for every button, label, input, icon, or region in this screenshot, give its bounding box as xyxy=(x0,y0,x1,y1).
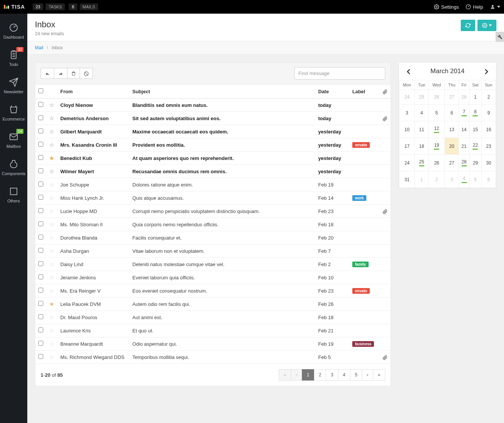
gear-icon xyxy=(434,4,439,9)
brand-name: TISA xyxy=(11,4,25,10)
tasks-count: 23 xyxy=(33,3,43,10)
top-right: Settings Help xyxy=(434,4,500,10)
mails-chip[interactable]: 8 MAILS xyxy=(69,3,98,10)
caret-down-icon xyxy=(497,5,500,8)
help-icon xyxy=(466,4,471,9)
user-menu[interactable] xyxy=(490,4,500,9)
mails-count: 8 xyxy=(69,3,77,10)
svg-point-0 xyxy=(436,6,438,8)
tasks-label: TASKS xyxy=(46,3,65,10)
user-icon xyxy=(490,4,495,9)
top-counts: 23 TASKS 8 MAILS xyxy=(33,3,98,10)
mails-label: MAILS xyxy=(80,3,98,10)
top-bar: TISA 23 TASKS 8 MAILS Settings Help xyxy=(0,0,504,14)
tasks-chip[interactable]: 23 TASKS xyxy=(33,3,65,10)
brand[interactable]: TISA xyxy=(4,4,25,10)
settings-label: Settings xyxy=(441,4,459,10)
logo-icon xyxy=(4,5,9,9)
settings-link[interactable]: Settings xyxy=(434,4,459,10)
help-link[interactable]: Help xyxy=(466,4,483,10)
help-label: Help xyxy=(473,4,483,10)
